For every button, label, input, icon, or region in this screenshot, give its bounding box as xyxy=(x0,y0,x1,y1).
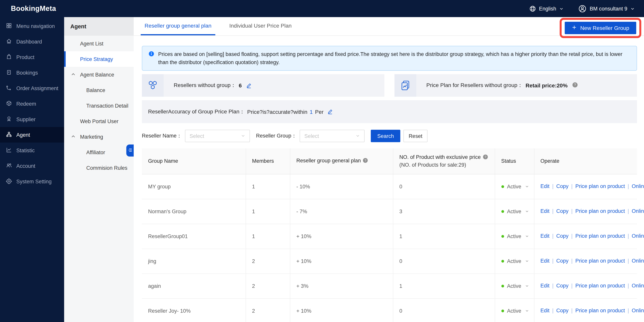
online-quotation-link[interactable]: Online quotation xyxy=(632,308,644,314)
price-plan-on-product-link[interactable]: Price plan on product xyxy=(576,208,625,214)
col-status: Status xyxy=(495,148,534,174)
online-quotation-link[interactable]: Online quotation xyxy=(632,183,644,189)
submenu-item-transaction-detail[interactable]: Transaction Detail xyxy=(64,98,134,113)
submenu-item-marketing[interactable]: Marketing xyxy=(64,129,134,144)
status-dropdown[interactable]: Active xyxy=(501,184,528,189)
sidebar-item-label: Redeem xyxy=(16,101,36,107)
status-dropdown[interactable]: Active xyxy=(501,208,528,214)
table-row: ResellerGroup01 1 + 10% 1 Active Edit|Co… xyxy=(142,224,637,249)
price-plan-on-product-link[interactable]: Price plan on product xyxy=(576,183,625,189)
edit-link[interactable]: Edit xyxy=(540,233,550,239)
sidebar-item-system-setting[interactable]: System Setting xyxy=(0,174,64,189)
submenu-title: Agent xyxy=(64,17,134,36)
submenu-item-price-stratagy[interactable]: Price Stratagy xyxy=(64,51,134,67)
copy-link[interactable]: Copy xyxy=(556,233,568,239)
sidebar-item-menu-navigation[interactable]: Menu navigation xyxy=(0,18,64,34)
chevron-down-icon xyxy=(525,284,529,288)
document-chart-icon xyxy=(394,74,416,97)
submenu-item-web-portal-user[interactable]: Web Portal User xyxy=(64,113,134,129)
topbar: BookingMeta English BM consultant 9 xyxy=(0,0,644,17)
edit-pencil-icon[interactable] xyxy=(246,82,252,88)
exclusive-cell: 0 xyxy=(393,298,495,322)
submenu-item-affiliator[interactable]: Affiliator xyxy=(64,144,134,160)
sidebar-item-label: Menu navigation xyxy=(16,23,55,29)
sidebar-item-label: Dashboard xyxy=(16,39,42,44)
submenu-item-agent-list[interactable]: Agent List xyxy=(64,36,134,51)
content-area: Prices are based on [selling] based floa… xyxy=(134,36,644,322)
sidebar-fold-button[interactable] xyxy=(126,144,134,157)
plan-cell: + 10% xyxy=(290,224,393,249)
clipboard-icon xyxy=(6,69,12,76)
card-label: Resellers without group： xyxy=(174,82,236,89)
sidebar-item-bookings[interactable]: Bookings xyxy=(0,65,64,80)
sidebar-item-account[interactable]: Account xyxy=(0,158,64,174)
svg-text:?: ? xyxy=(364,159,366,162)
new-reseller-group-button[interactable]: New Reseller Group xyxy=(565,22,636,34)
main-panel: Reseller group general plan Individual U… xyxy=(134,17,644,322)
edit-link[interactable]: Edit xyxy=(540,258,550,264)
menu-fold-icon xyxy=(128,147,132,154)
exclusive-cell: 0 xyxy=(393,174,495,199)
online-quotation-link[interactable]: Online quotation xyxy=(632,258,644,264)
copy-link[interactable]: Copy xyxy=(556,283,568,289)
sidebar-item-label: Supplier xyxy=(16,116,36,122)
copy-link[interactable]: Copy xyxy=(556,183,568,189)
group-name-cell: ResellerGroup01 xyxy=(142,224,246,249)
edit-link[interactable]: Edit xyxy=(540,308,550,314)
reseller-name-select[interactable]: Select xyxy=(185,130,250,142)
status-dropdown[interactable]: Active xyxy=(501,283,528,289)
price-plan-card: Price Plan for Resellers without group： … xyxy=(394,74,637,97)
sidebar-item-order-assignment[interactable]: Order Assignment xyxy=(0,80,64,96)
status-dropdown[interactable]: Active xyxy=(501,308,528,314)
sidebar-item-statistic[interactable]: Statistic xyxy=(0,143,64,158)
table-header-row: Group Name Members Reseller group genera… xyxy=(142,148,637,174)
price-plan-on-product-link[interactable]: Price plan on product xyxy=(576,308,625,314)
reseller-group-label: Reseller Group： xyxy=(256,132,297,139)
submenu-item-commision-rules[interactable]: Commision Rules xyxy=(64,160,134,176)
hexagon-cluster-icon xyxy=(142,74,164,97)
status-dropdown[interactable]: Active xyxy=(501,258,528,264)
price-plan-on-product-link[interactable]: Price plan on product xyxy=(576,233,625,239)
submenu-item-agent-balance[interactable]: Agent Balance xyxy=(64,67,134,82)
team-icon xyxy=(6,162,12,170)
edit-link[interactable]: Edit xyxy=(540,283,550,289)
question-circle-icon[interactable]: ? xyxy=(363,158,368,164)
operate-cell: Edit|Copy|Price plan on product|Online q… xyxy=(534,224,637,249)
copy-link[interactable]: Copy xyxy=(556,258,568,264)
home-icon xyxy=(6,38,12,45)
plan-cell: + 10% xyxy=(290,249,393,274)
info-banner: Prices are based on [selling] based floa… xyxy=(142,46,637,71)
chevron-down-icon xyxy=(241,133,245,139)
reset-button[interactable]: Reset xyxy=(404,130,428,142)
question-circle-icon[interactable]: ? xyxy=(572,82,578,89)
copy-link[interactable]: Copy xyxy=(556,308,568,314)
online-quotation-link[interactable]: Online quotation xyxy=(632,283,644,289)
sidebar-item-agent[interactable]: Agent xyxy=(0,127,64,143)
online-quotation-link[interactable]: Online quotation xyxy=(632,208,644,214)
accuracy-prefix: Price?is?accurate?within xyxy=(247,109,308,115)
edit-link[interactable]: Edit xyxy=(540,208,550,214)
price-plan-on-product-link[interactable]: Price plan on product xyxy=(576,258,625,264)
sidebar-item-redeem[interactable]: Redeem xyxy=(0,96,64,111)
online-quotation-link[interactable]: Online quotation xyxy=(632,233,644,239)
question-circle-icon[interactable]: ? xyxy=(483,154,488,161)
search-button[interactable]: Search xyxy=(371,130,400,142)
tab-reseller-group-general-plan[interactable]: Reseller group general plan xyxy=(141,17,215,35)
sidebar-item-dashboard[interactable]: Dashboard xyxy=(0,34,64,49)
table-row: again 2 + 3% 1 Active Edit|Copy|Price pl… xyxy=(142,274,637,298)
copy-link[interactable]: Copy xyxy=(556,208,568,214)
submenu-item-balance[interactable]: Balance xyxy=(64,82,134,98)
reseller-group-select[interactable]: Select xyxy=(300,130,364,142)
edit-pencil-icon[interactable] xyxy=(328,109,333,115)
user-menu[interactable]: BM consultant 9 xyxy=(578,4,635,13)
tab-individual-user-price-plan[interactable]: Individual User Price Plan xyxy=(226,17,296,35)
sidebar-item-product[interactable]: Product xyxy=(0,49,64,65)
operate-cell: Edit|Copy|Price plan on product|Online q… xyxy=(534,274,637,298)
edit-link[interactable]: Edit xyxy=(540,183,550,189)
status-dropdown[interactable]: Active xyxy=(501,233,528,239)
sidebar-item-supplier[interactable]: Supplier xyxy=(0,111,64,127)
sidebar-item-label: System Setting xyxy=(16,178,52,184)
price-plan-on-product-link[interactable]: Price plan on product xyxy=(576,283,625,289)
language-switcher[interactable]: English xyxy=(529,5,564,12)
exclusive-cell: 3 xyxy=(393,199,495,224)
